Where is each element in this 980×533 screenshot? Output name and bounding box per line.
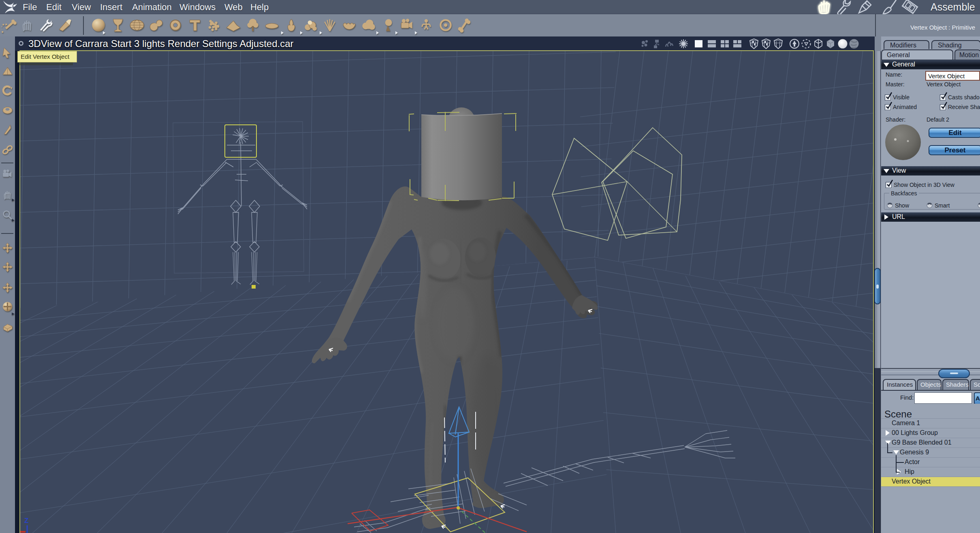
svg-text:Z: Z (24, 517, 28, 524)
